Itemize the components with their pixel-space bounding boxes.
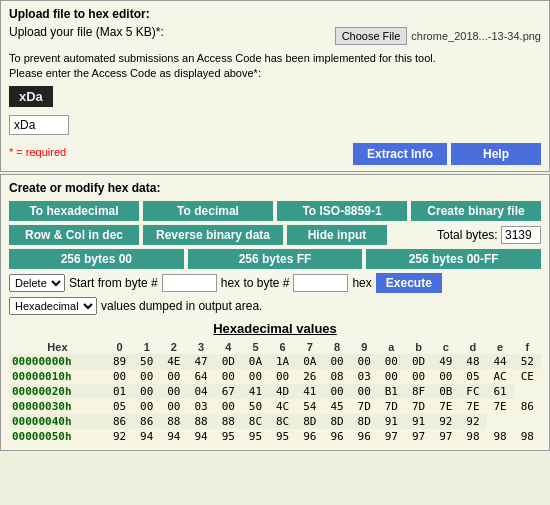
hex-cell: 98 (487, 429, 514, 444)
hex-cell: 00 (323, 354, 350, 369)
hex-cell: 00 (405, 369, 432, 384)
execute-button[interactable]: Execute (376, 273, 442, 293)
help-button[interactable]: Help (451, 143, 541, 165)
hex-col-b: b (405, 340, 432, 354)
hex-cell: 00 (269, 369, 296, 384)
hex-cell: 88 (215, 414, 242, 429)
hex-address: 00000050h (9, 429, 106, 444)
hex-cell: 00 (133, 369, 160, 384)
file-label: Upload your file (Max 5 KB)*: (9, 25, 329, 39)
table-row: 00000020h0100000467414D410000B18F0BFC61 (9, 384, 541, 399)
values-select[interactable]: Hexadecimal Decimal Octal Binary (9, 297, 97, 315)
hex-cell: 0D (215, 354, 242, 369)
total-bytes-label: Total bytes: (437, 228, 498, 242)
start-byte-input[interactable] (162, 274, 217, 292)
hex-col-5: 5 (242, 340, 269, 354)
hex-cell: 00 (106, 369, 133, 384)
hex-col-d: d (459, 340, 486, 354)
hex-cell: 00 (215, 369, 242, 384)
create-binary-button[interactable]: Create binary file (411, 201, 541, 221)
hex-cell: 92 (106, 429, 133, 444)
hex-cell: 0D (405, 354, 432, 369)
hex-cell: 88 (160, 414, 187, 429)
hex-cell: 00 (378, 354, 405, 369)
hex-cell: 8D (296, 414, 323, 429)
hex-address: 00000000h (9, 354, 106, 369)
hex-cell: 0A (242, 354, 269, 369)
hex-cell: 95 (215, 429, 242, 444)
hex-cell: 54 (296, 399, 323, 414)
hex-cell: 89 (106, 354, 133, 369)
hex-address: 00000020h (9, 384, 106, 399)
hex-col-a: a (378, 340, 405, 354)
hex-cell: 94 (187, 429, 214, 444)
hex-cell: 50 (242, 399, 269, 414)
extract-info-button[interactable]: Extract Info (353, 143, 447, 165)
256-bytes-ff-button[interactable]: 256 bytes FF (188, 249, 363, 269)
hex-cell: 86 (133, 414, 160, 429)
hide-input-button[interactable]: Hide input (287, 225, 387, 245)
hex-cell: 95 (269, 429, 296, 444)
hex-cell: 7E (432, 399, 459, 414)
hex-cell: 04 (187, 384, 214, 399)
table-row: 00000000h89504E470D0A1A0A0000000D4948445… (9, 354, 541, 369)
hex-cell: 00 (323, 384, 350, 399)
hex-cell: 05 (106, 399, 133, 414)
hex-col-9: 9 (351, 340, 378, 354)
256-bytes-00ff-button[interactable]: 256 bytes 00-FF (366, 249, 541, 269)
hex-cell: 92 (432, 414, 459, 429)
hex-cell: 98 (514, 429, 541, 444)
hex-cell: 00 (432, 369, 459, 384)
hex-cell: 86 (514, 399, 541, 414)
hex-cell: 00 (160, 384, 187, 399)
hex-cell: 91 (378, 414, 405, 429)
choose-file-button[interactable]: Choose File (335, 27, 408, 45)
hex-values-table: Hex0123456789abcdef 00000000h89504E470D0… (9, 340, 541, 444)
to-hexadecimal-button[interactable]: To hexadecimal (9, 201, 139, 221)
reverse-binary-button[interactable]: Reverse binary data (143, 225, 283, 245)
hex-col-3: 3 (187, 340, 214, 354)
to-decimal-button[interactable]: To decimal (143, 201, 273, 221)
hex-cell: 41 (296, 384, 323, 399)
hex-cell: 7D (405, 399, 432, 414)
hex-col-4: 4 (215, 340, 242, 354)
hex-cell: 91 (405, 414, 432, 429)
hex-address: 00000040h (9, 414, 106, 429)
hex-cell: 94 (160, 429, 187, 444)
hex-col-f: f (514, 340, 541, 354)
hex-address: 00000010h (9, 369, 106, 384)
row-col-dec-button[interactable]: Row & Col in dec (9, 225, 139, 245)
end-byte-input[interactable] (293, 274, 348, 292)
256-bytes-00-button[interactable]: 256 bytes 00 (9, 249, 184, 269)
required-label: * = required (9, 146, 66, 158)
hex-cell: 44 (487, 354, 514, 369)
hex-cell: 00 (133, 399, 160, 414)
hex-cell: AC (487, 369, 514, 384)
hex-cell: 98 (459, 429, 486, 444)
hex-cell: 8F (405, 384, 432, 399)
total-bytes-value[interactable] (501, 226, 541, 244)
hex-table-title: Hexadecimal values (9, 321, 541, 336)
hex-cell: 64 (187, 369, 214, 384)
hex-cell: 4D (269, 384, 296, 399)
hex-cell: 7D (351, 399, 378, 414)
table-row: 00000010h0000006400000026080300000005ACC… (9, 369, 541, 384)
delete-select[interactable]: Delete Insert (9, 274, 65, 292)
hex-cell: 0A (296, 354, 323, 369)
access-code-display: xDa (9, 86, 53, 107)
hex-cell: 45 (323, 399, 350, 414)
values-suffix: values dumped in output area. (101, 299, 262, 313)
hex-cell: 8C (269, 414, 296, 429)
hex-cell: 92 (459, 414, 486, 429)
hex-cell: 7E (487, 399, 514, 414)
hex-cell: 96 (323, 429, 350, 444)
hex-cell: CE (514, 369, 541, 384)
hex-cell: 8D (351, 414, 378, 429)
hex-cell: 00 (351, 384, 378, 399)
hex-cell: 00 (160, 369, 187, 384)
hex-cell: 49 (432, 354, 459, 369)
to-iso-button[interactable]: To ISO-8859-1 (277, 201, 407, 221)
table-row: 00000050h9294949495959596969697979798989… (9, 429, 541, 444)
access-code-input[interactable] (9, 115, 69, 135)
hex-cell: 7D (378, 399, 405, 414)
